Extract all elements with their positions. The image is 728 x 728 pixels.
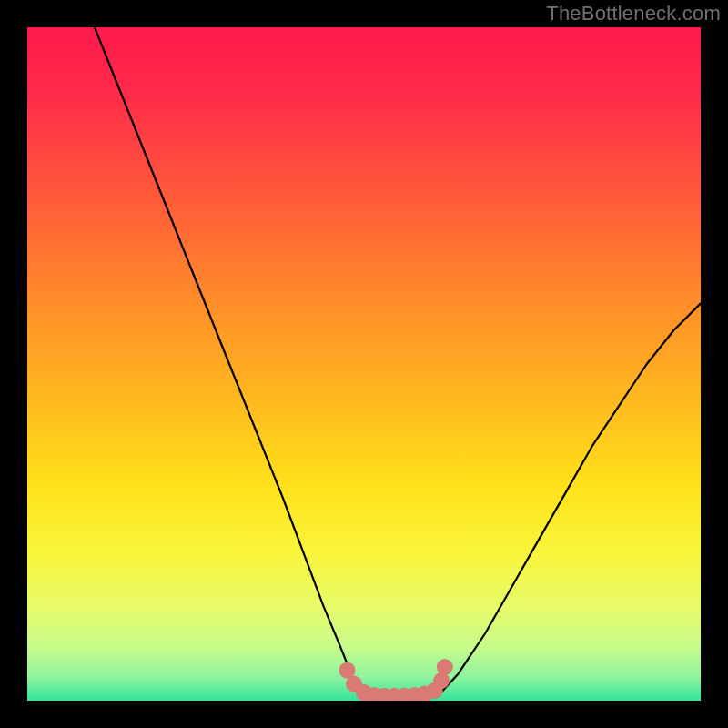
valley-marker-dot xyxy=(437,659,453,675)
watermark-text: TheBottleneck.com xyxy=(546,2,721,25)
plot-area xyxy=(27,27,701,701)
gradient-background xyxy=(27,27,701,701)
chart-frame: TheBottleneck.com xyxy=(0,0,728,728)
bottleneck-curve-chart xyxy=(27,27,701,701)
